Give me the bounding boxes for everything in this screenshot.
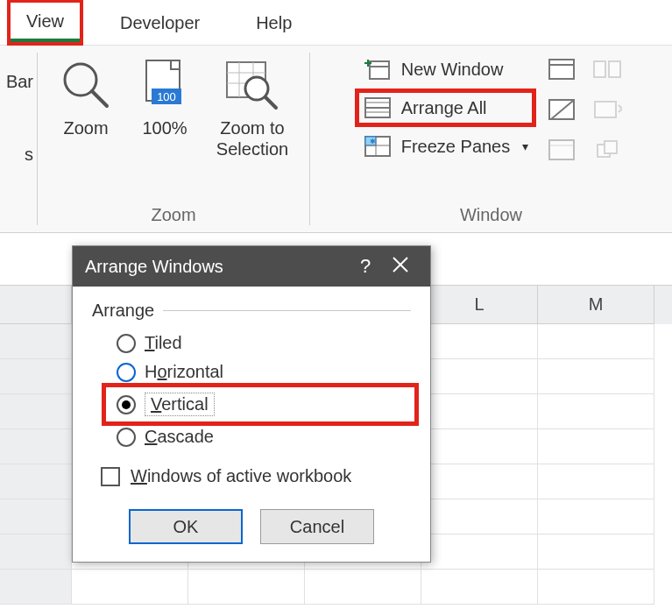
column-header[interactable]: L — [421, 286, 538, 324]
radio-cascade[interactable]: Cascade — [117, 427, 411, 447]
page-100-icon: 100 — [139, 54, 190, 116]
cancel-button[interactable]: Cancel — [260, 509, 374, 544]
svg-text:✱: ✱ — [370, 138, 376, 145]
freeze-panes-icon: ✱ — [363, 133, 393, 159]
split-button[interactable] — [546, 54, 577, 84]
window-icons-col2 — [584, 51, 630, 168]
formula-bar-label-partial: Bar — [6, 72, 33, 92]
group-label-window: Window — [460, 205, 522, 229]
close-button[interactable] — [383, 256, 418, 278]
checkbox-windows-active-workbook[interactable]: Windows of active workbook — [101, 466, 411, 486]
tab-view[interactable]: View — [11, 3, 80, 42]
window-icons-col1 — [539, 51, 584, 168]
sync-scroll-button[interactable] — [591, 95, 623, 124]
new-window-icon — [363, 56, 393, 82]
svg-line-1 — [92, 91, 107, 106]
freeze-panes-button[interactable]: ✱ Freeze Panes ▾ — [357, 130, 534, 163]
radio-tiled[interactable]: Tiled — [117, 333, 411, 353]
reset-window-button[interactable] — [591, 135, 623, 165]
close-icon — [392, 256, 409, 273]
ok-button[interactable]: OK — [129, 509, 243, 544]
sheet-magnifier-icon — [223, 54, 281, 116]
svg-rect-12 — [370, 61, 389, 79]
hide-button[interactable] — [546, 95, 577, 124]
dialog-title: Arrange Windows — [85, 257, 348, 277]
new-window-button[interactable]: New Window — [357, 53, 534, 86]
svg-rect-29 — [549, 140, 574, 159]
svg-rect-32 — [609, 61, 620, 77]
radio-horizontal[interactable]: HHorizontal — [117, 362, 411, 382]
group-zoom: Zoom 100 100% — [38, 46, 309, 232]
unhide-button[interactable] — [546, 135, 577, 165]
svg-rect-31 — [594, 61, 605, 77]
arrange-label: Arrange — [92, 301, 411, 321]
headings-label-partial: s — [25, 145, 33, 165]
svg-rect-35 — [605, 141, 617, 153]
arrange-all-icon — [363, 95, 393, 121]
svg-rect-25 — [549, 60, 574, 79]
group-show-partial: Bar s — [0, 46, 37, 232]
svg-line-11 — [265, 97, 276, 108]
tab-help[interactable]: Help — [240, 4, 308, 40]
group-label-zoom: Zoom — [151, 205, 195, 229]
arrange-all-button[interactable]: Arrange All — [357, 91, 534, 124]
radio-vertical[interactable]: Vertical — [110, 391, 411, 418]
arrange-windows-dialog: Arrange Windows ? Arrange Tiled HHorizon… — [72, 245, 431, 563]
group-window: New Window Arrange All — [310, 46, 672, 232]
svg-rect-33 — [595, 102, 616, 117]
svg-text:100: 100 — [157, 90, 176, 103]
zoom-100-button[interactable]: 100 100% — [125, 51, 204, 142]
view-side-by-side-button[interactable] — [591, 54, 623, 84]
zoom-button[interactable]: Zoom — [46, 51, 125, 142]
column-header[interactable]: M — [538, 286, 654, 324]
tab-developer[interactable]: Developer — [104, 4, 216, 40]
magnifier-icon — [58, 54, 114, 116]
zoom-to-selection-button[interactable]: Zoom to Selection — [204, 51, 301, 163]
chevron-down-icon: ▾ — [519, 139, 528, 153]
help-button[interactable]: ? — [348, 255, 383, 278]
